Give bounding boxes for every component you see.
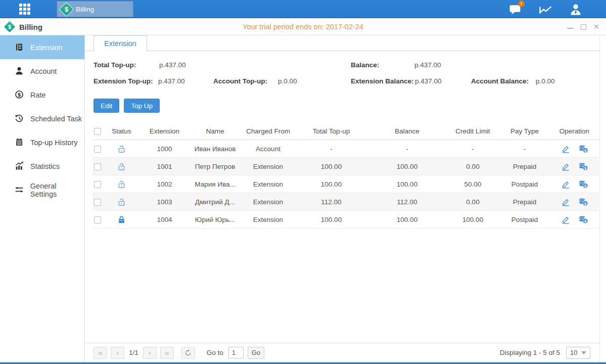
total-topup-label: Total Top-up: [94, 61, 136, 69]
sidebar-item-general-settings[interactable]: General Settings [0, 178, 84, 202]
balance-cell: 100.00 [368, 163, 446, 170]
lock-open-icon[interactable] [103, 180, 141, 189]
total-topup-cell: 100.00 [295, 180, 368, 188]
col-credit-limit: Credit Limit [446, 127, 499, 135]
credit-limit-cell: 0.00 [446, 198, 499, 206]
topup-extension-icon[interactable]: $ [578, 198, 588, 206]
taskbar-billing-item[interactable]: $ Billing [57, 1, 133, 17]
svg-text:$: $ [584, 201, 586, 205]
billing-window-icon: $ [3, 20, 16, 33]
sidebar-item-statistics[interactable]: Statistics [0, 154, 84, 178]
operation-cell: $ [550, 162, 599, 171]
lock-open-icon[interactable] [103, 145, 141, 153]
balance-cell: 112.00 [368, 198, 446, 206]
balance-value: p.437.00 [414, 61, 441, 69]
next-page-button[interactable]: › [143, 347, 157, 359]
topbar-right-icons: ! [508, 0, 583, 18]
edit-extension-icon[interactable] [561, 162, 570, 171]
row-select-cell [92, 215, 103, 223]
window-bottom-edge [0, 362, 606, 364]
extension-cell: 1003 [141, 198, 189, 206]
content-right-divider [599, 35, 600, 362]
charged-from-cell: Extension [242, 216, 295, 223]
name-cell: Юрий Юрь... [189, 216, 242, 223]
topup-extension-icon[interactable]: $ [578, 180, 588, 189]
edit-extension-icon[interactable] [561, 198, 570, 206]
prev-page-button[interactable]: ‹ [111, 347, 124, 359]
col-total-topup: Total Top-up [295, 127, 368, 135]
row-checkbox[interactable] [94, 163, 101, 170]
user-icon[interactable] [569, 3, 583, 16]
pay-type-cell: - [499, 145, 550, 153]
select-all-checkbox[interactable] [94, 128, 101, 135]
account-topup-label: Account Top-up: [213, 77, 267, 85]
table-header-row: Status Extension Name Charged From Total… [92, 123, 599, 140]
sidebar-item-scheduled-task[interactable]: Scheduled Task [0, 107, 84, 130]
topup-extension-icon[interactable]: $ [578, 162, 588, 171]
page-size-select[interactable]: 10 [566, 347, 590, 359]
refresh-icon[interactable] [181, 347, 195, 359]
row-checkbox[interactable] [94, 199, 101, 206]
taskbar-app-label: Billing [76, 6, 94, 13]
extension-cell: 1004 [141, 216, 189, 223]
credit-limit-cell: 100.00 [446, 216, 499, 223]
notification-badge: ! [518, 1, 525, 7]
svg-text:$: $ [584, 184, 586, 188]
last-page-button[interactable]: » [160, 347, 174, 359]
extension-table: Status Extension Name Charged From Total… [92, 123, 599, 229]
lock-open-icon[interactable] [103, 162, 141, 171]
row-checkbox[interactable] [94, 181, 101, 188]
edit-extension-icon[interactable] [561, 180, 570, 189]
stats-icon [15, 161, 24, 171]
topup-extension-icon[interactable]: $ [578, 215, 588, 224]
pay-type-cell: Postpaid [499, 180, 550, 188]
pagination-bar: « ‹ 1/1 › » Go to Go Displaying 1 - 5 of… [85, 343, 599, 362]
first-page-button[interactable]: « [94, 347, 107, 359]
balance-cell: 100.00 [368, 180, 446, 188]
edit-extension-icon[interactable] [561, 215, 570, 224]
goto-label: Go to [207, 349, 223, 356]
topup-extension-icon[interactable]: $ [578, 145, 588, 153]
notepad-icon [15, 138, 24, 147]
extension-topup-label: Extension Top-up: [94, 77, 153, 85]
billing-app-screen: $ Billing ! [0, 0, 606, 364]
page-indicator: 1/1 [129, 349, 138, 356]
edit-button[interactable]: Edit [94, 99, 119, 113]
window-controls: ✕ [567, 18, 600, 35]
sidebar-item-rate[interactable]: $ Rate [0, 83, 84, 107]
chat-icon[interactable]: ! [508, 3, 522, 16]
lock-closed-icon[interactable] [103, 215, 141, 224]
row-checkbox[interactable] [94, 216, 101, 223]
sidebar-item-extension[interactable]: Extension [0, 35, 84, 59]
edit-extension-icon[interactable] [561, 145, 570, 153]
tab-strip: Extension [85, 35, 599, 51]
account-balance-label: Account Balance: [471, 77, 529, 85]
row-checkbox[interactable] [94, 146, 101, 153]
lock-open-icon[interactable] [103, 198, 141, 206]
minimize-button[interactable] [567, 23, 574, 30]
sidebar-item-account[interactable]: Account [0, 59, 84, 83]
total-topup-cell: 100.00 [295, 216, 368, 223]
table-row: 1002 Мария Ива... Extension 100.00 100.0… [92, 175, 599, 193]
chart-icon[interactable] [538, 3, 552, 16]
top-up-button[interactable]: Top Up [124, 99, 160, 113]
operation-cell: $ [550, 180, 599, 189]
sidebar-item-label: Account [30, 67, 57, 75]
charged-from-cell: Extension [242, 163, 295, 170]
close-button[interactable]: ✕ [593, 23, 600, 30]
go-button[interactable]: Go [248, 347, 264, 359]
balance-cell: 100.00 [368, 216, 446, 223]
sidebar-item-label: Rate [30, 91, 46, 99]
table-row: 1004 Юрий Юрь... Extension 100.00 100.00… [92, 211, 599, 229]
app-grid-icon[interactable] [19, 4, 32, 15]
goto-page-input[interactable] [228, 347, 244, 358]
credit-limit-cell: - [446, 145, 499, 153]
sliders-icon [15, 185, 24, 195]
tab-extension[interactable]: Extension [94, 35, 147, 52]
sidebar-item-top-up-history[interactable]: Top-up History [0, 130, 84, 154]
extension-cell: 1002 [141, 180, 189, 188]
operation-cell: $ [550, 145, 599, 153]
sidebar: Extension Account $ Rate Scheduled Task … [0, 35, 85, 362]
maximize-button[interactable] [580, 23, 587, 30]
page-size-value: 10 [570, 349, 577, 356]
